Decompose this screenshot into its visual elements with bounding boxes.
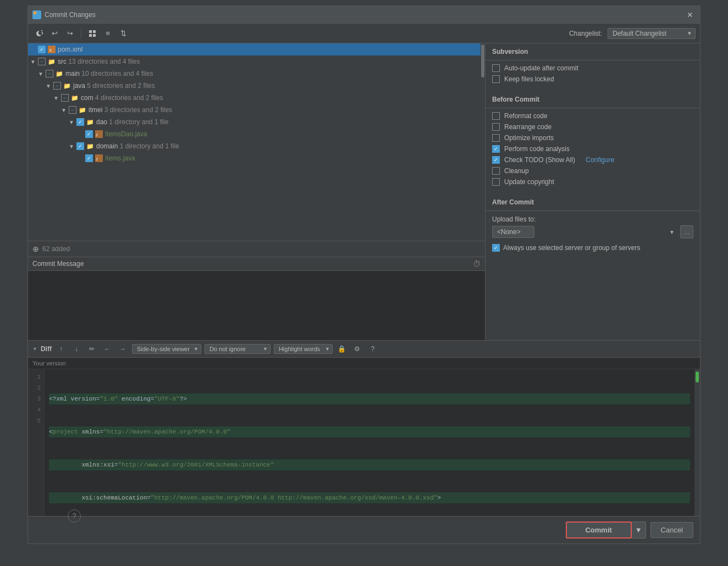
items-label: Items.java <box>105 154 135 162</box>
folder-icon-domain: 📁 <box>86 142 95 151</box>
tree-item-itemsdao[interactable]: ✓ J ItemsDao.java <box>28 128 485 140</box>
settings-icon[interactable]: ⚙ <box>351 343 363 355</box>
tree-item-domain[interactable]: ▼ ✓ 📁 domain 1 directory and 1 file <box>28 140 485 152</box>
bottom-bar: ? Commit ▼ Cancel <box>28 516 700 543</box>
added-count-row: ⊕ 62 added <box>28 241 485 257</box>
diff-expand-icon[interactable]: ▼ <box>32 346 37 352</box>
commit-message-textarea[interactable] <box>28 271 485 340</box>
file-tree[interactable]: ✓ X pom.xml ▼ − 📁 src <box>28 43 485 241</box>
rearrange-checkbox[interactable] <box>492 123 500 131</box>
upload-select[interactable]: <None> <box>492 226 534 238</box>
checkbox-dao[interactable]: ✓ <box>76 118 84 126</box>
tree-item-main[interactable]: ▼ − 📁 main 10 directories and 4 files <box>28 68 485 80</box>
close-button[interactable]: ✕ <box>685 9 696 20</box>
line-num-1: 1 <box>31 371 41 382</box>
java-arrow: ▼ <box>46 83 53 89</box>
cancel-button[interactable]: Cancel <box>650 522 693 538</box>
lock-icon[interactable]: 🔒 <box>336 343 348 355</box>
perform-analysis-row: ✓ Perform code analysis <box>486 143 700 154</box>
commit-btn-group: Commit ▼ <box>566 521 646 539</box>
diff-section: ▼ Diff ↑ ↓ ✏ ← → Side-by-side viewerUnif… <box>28 340 700 516</box>
toolbar-structure-icon[interactable] <box>86 27 99 40</box>
upload-browse-btn[interactable]: … <box>680 225 693 238</box>
toolbar-collapse-icon[interactable]: ≡ <box>101 27 114 40</box>
diff-next-btn[interactable]: → <box>117 343 129 355</box>
upload-row: <None> ▼ … <box>492 225 693 238</box>
diff-title: Diff <box>41 345 52 353</box>
checkbox-itemsdao[interactable]: ✓ <box>85 130 93 138</box>
folder-icon-com: 📁 <box>70 93 79 102</box>
commit-message-section: Commit Message ⏱ <box>28 257 485 340</box>
pom-label: pom.xml <box>58 46 82 53</box>
help-diff-icon[interactable]: ? <box>367 343 379 355</box>
folder-icon-java: 📁 <box>63 81 71 90</box>
checkbox-src[interactable]: − <box>38 58 46 65</box>
commit-dropdown-btn[interactable]: ▼ <box>632 521 646 539</box>
svg-rect-4 <box>89 30 92 33</box>
diff-header: ▼ Diff ↑ ↓ ✏ ← → Side-by-side viewerUnif… <box>28 341 700 358</box>
toolbar-undo-icon[interactable]: ↩ <box>48 27 61 40</box>
your-version-label: Your version <box>28 358 700 369</box>
reformat-row: Reformat code <box>486 110 700 121</box>
perform-analysis-checkbox[interactable]: ✓ <box>492 145 500 153</box>
toolbar-redo-icon[interactable]: ↪ <box>63 27 76 40</box>
tree-item-items[interactable]: ✓ J Items.java <box>28 152 485 164</box>
tree-item-pom[interactable]: ✓ X pom.xml <box>28 43 485 56</box>
check-todo-checkbox[interactable]: ✓ <box>492 156 500 164</box>
reformat-checkbox[interactable] <box>492 112 500 120</box>
svg-rect-1 <box>37 12 40 14</box>
diff-edit-btn[interactable]: ✏ <box>86 343 98 355</box>
checkbox-items[interactable]: ✓ <box>85 154 93 162</box>
help-button[interactable]: ? <box>68 509 81 523</box>
diff-content: Your version 1 2 3 4 5 <?xml version="1.… <box>28 358 700 516</box>
diff-down-btn[interactable]: ↓ <box>70 343 82 355</box>
always-use-checkbox[interactable]: ✓ <box>492 244 500 252</box>
tree-item-itmei[interactable]: ▼ − 📁 itmei 3 directories and 2 files <box>28 104 485 116</box>
subversion-title: Subversion <box>486 43 700 58</box>
highlight-dropdown[interactable]: Highlight wordsHighlight charsDo not hig… <box>274 344 333 354</box>
optimize-row: Optimize imports <box>486 132 700 143</box>
tree-item-dao[interactable]: ▼ ✓ 📁 dao 1 directory and 1 file <box>28 116 485 128</box>
diff-up-btn[interactable]: ↑ <box>55 343 67 355</box>
changelist-wrapper: Default Changelist ▼ <box>608 28 696 39</box>
diff-prev-btn[interactable]: ← <box>101 343 113 355</box>
tree-item-src[interactable]: ▼ − 📁 src 13 directories and 4 files <box>28 56 485 68</box>
toolbar-refresh-icon[interactable] <box>32 27 46 40</box>
viewer-dropdown[interactable]: Side-by-side viewerUnified viewer <box>132 344 201 354</box>
cleanup-checkbox[interactable] <box>492 167 500 175</box>
svg-text:J: J <box>96 133 98 137</box>
svg-text:X: X <box>49 48 52 53</box>
checkbox-domain[interactable]: ✓ <box>76 142 84 150</box>
tree-item-com[interactable]: ▼ − 📁 com 4 directories and 2 files <box>28 92 485 104</box>
checkbox-java[interactable]: − <box>53 82 61 90</box>
checkbox-pom[interactable]: ✓ <box>38 46 46 53</box>
auto-update-label: Auto-update after commit <box>504 64 578 72</box>
update-copyright-checkbox[interactable] <box>492 178 500 186</box>
title-bar: Commit Changes ✕ <box>28 6 700 24</box>
changelist-select[interactable]: Default Changelist <box>608 28 696 39</box>
commit-button[interactable]: Commit <box>566 521 632 539</box>
checkbox-com[interactable]: − <box>61 94 69 102</box>
ignore-dropdown[interactable]: Do not ignoreIgnore whitespace <box>205 344 271 354</box>
configure-link[interactable]: Configure <box>586 156 614 164</box>
keep-files-checkbox[interactable] <box>492 75 500 83</box>
checkbox-main[interactable]: − <box>46 70 53 77</box>
clock-icon[interactable]: ⏱ <box>473 259 481 268</box>
checkbox-itmei[interactable]: − <box>69 106 76 114</box>
svg-rect-2 <box>34 15 36 18</box>
commit-message-header: Commit Message ⏱ <box>28 257 485 271</box>
upload-select-wrapper: <None> ▼ <box>492 226 678 238</box>
itmei-label: itmei <box>89 106 104 114</box>
left-panel: ✓ X pom.xml ▼ − 📁 src <box>28 43 486 340</box>
tree-item-java[interactable]: ▼ − 📁 java 5 directories and 2 files <box>28 80 485 92</box>
toolbar-separator-1 <box>81 29 81 38</box>
line-num-2: 2 <box>31 382 41 393</box>
optimize-checkbox[interactable] <box>492 134 500 142</box>
diff-scrollbar[interactable] <box>694 369 700 516</box>
viewer-dropdown-wrapper: Side-by-side viewerUnified viewer ▼ <box>132 344 201 354</box>
toolbar-sort-icon[interactable]: ⇅ <box>117 27 130 40</box>
update-copyright-row: Update copyright <box>486 176 700 187</box>
auto-update-checkbox[interactable] <box>492 64 500 72</box>
always-use-label: Always use selected server or group of s… <box>503 244 640 252</box>
java-label: java <box>73 82 87 90</box>
